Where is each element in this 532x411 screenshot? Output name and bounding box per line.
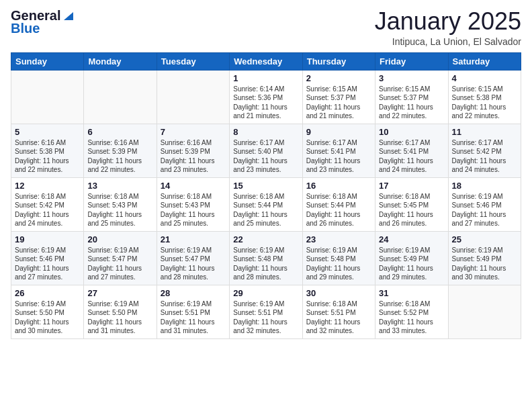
cell-text: Sunrise: 6:17 AMSunset: 5:41 PMDaylight:… [306, 138, 371, 175]
day-number: 17 [379, 181, 444, 191]
day-number: 25 [452, 234, 517, 244]
sunset-text: Sunset: 5:42 PM [452, 148, 502, 155]
daylight-text: Daylight: 11 hours and 24 minutes. [452, 157, 506, 174]
cell-text: Sunrise: 6:15 AMSunset: 5:37 PMDaylight:… [306, 85, 371, 121]
sunset-text: Sunset: 5:48 PM [306, 255, 356, 263]
table-row [84, 70, 157, 124]
cell-text: Sunrise: 6:19 AMSunset: 5:51 PMDaylight:… [233, 300, 298, 336]
sunrise-text: Sunrise: 6:17 AM [306, 139, 357, 146]
sunset-text: Sunset: 5:47 PM [161, 255, 210, 263]
cell-text: Sunrise: 6:19 AMSunset: 5:49 PMDaylight:… [452, 246, 517, 282]
sunrise-text: Sunrise: 6:18 AM [233, 193, 284, 200]
day-number: 4 [452, 73, 517, 83]
day-number: 1 [233, 73, 298, 83]
sunrise-text: Sunrise: 6:19 AM [87, 246, 138, 254]
table-row: 23Sunrise: 6:19 AMSunset: 5:48 PMDayligh… [302, 231, 375, 285]
sunset-text: Sunset: 5:49 PM [379, 255, 429, 263]
daylight-text: Daylight: 11 hours and 29 minutes. [379, 265, 433, 281]
table-row: 3Sunrise: 6:15 AMSunset: 5:37 PMDaylight… [375, 70, 448, 124]
day-number: 22 [233, 234, 298, 244]
sunset-text: Sunset: 5:38 PM [15, 148, 64, 155]
cell-text: Sunrise: 6:19 AMSunset: 5:47 PMDaylight:… [87, 246, 152, 282]
sunset-text: Sunset: 5:48 PM [233, 255, 283, 263]
cell-text: Sunrise: 6:19 AMSunset: 5:47 PMDaylight:… [161, 246, 226, 282]
sunrise-text: Sunrise: 6:18 AM [15, 193, 66, 200]
table-row: 31Sunrise: 6:18 AMSunset: 5:52 PMDayligh… [375, 285, 448, 338]
table-row: 14Sunrise: 6:18 AMSunset: 5:43 PMDayligh… [157, 177, 229, 231]
cell-text: Sunrise: 6:16 AMSunset: 5:39 PMDaylight:… [161, 138, 226, 175]
day-number: 13 [87, 181, 152, 191]
daylight-text: Daylight: 11 hours and 21 minutes. [306, 103, 361, 120]
day-number: 14 [161, 181, 226, 191]
daylight-text: Daylight: 11 hours and 23 minutes. [161, 157, 215, 174]
sunrise-text: Sunrise: 6:19 AM [452, 193, 503, 200]
table-row: 2Sunrise: 6:15 AMSunset: 5:37 PMDaylight… [302, 70, 375, 124]
day-number: 2 [306, 73, 371, 83]
daylight-text: Daylight: 11 hours and 25 minutes. [87, 211, 142, 228]
table-row: 26Sunrise: 6:19 AMSunset: 5:50 PMDayligh… [11, 285, 84, 338]
table-row [11, 70, 84, 124]
sunrise-text: Sunrise: 6:19 AM [452, 246, 503, 254]
daylight-text: Daylight: 11 hours and 27 minutes. [15, 265, 69, 281]
sunset-text: Sunset: 5:45 PM [379, 201, 429, 209]
table-row: 11Sunrise: 6:17 AMSunset: 5:42 PMDayligh… [448, 124, 521, 177]
sunrise-text: Sunrise: 6:16 AM [15, 139, 66, 146]
day-number: 31 [379, 288, 444, 298]
table-row: 30Sunrise: 6:18 AMSunset: 5:51 PMDayligh… [302, 285, 375, 338]
daylight-text: Daylight: 11 hours and 23 minutes. [306, 157, 361, 174]
calendar-table: Sunday Monday Tuesday Wednesday Thursday… [11, 52, 521, 339]
daylight-text: Daylight: 11 hours and 24 minutes. [379, 157, 433, 174]
daylight-text: Daylight: 11 hours and 32 minutes. [306, 318, 361, 335]
calendar-week-row: 12Sunrise: 6:18 AMSunset: 5:42 PMDayligh… [11, 177, 521, 231]
day-number: 30 [306, 288, 371, 298]
day-number: 23 [306, 234, 371, 244]
logo-triangle-icon [61, 9, 73, 21]
daylight-text: Daylight: 11 hours and 28 minutes. [233, 265, 287, 281]
sunset-text: Sunset: 5:39 PM [161, 148, 210, 155]
sunrise-text: Sunrise: 6:17 AM [233, 139, 284, 146]
location: Intipuca, La Union, El Salvador [375, 36, 521, 47]
table-row: 6Sunrise: 6:16 AMSunset: 5:39 PMDaylight… [84, 124, 157, 177]
sunset-text: Sunset: 5:37 PM [306, 94, 356, 101]
daylight-text: Daylight: 11 hours and 31 minutes. [87, 318, 142, 335]
table-row: 20Sunrise: 6:19 AMSunset: 5:47 PMDayligh… [84, 231, 157, 285]
sunrise-text: Sunrise: 6:16 AM [161, 139, 212, 146]
sunset-text: Sunset: 5:51 PM [233, 309, 283, 316]
sunrise-text: Sunrise: 6:17 AM [452, 139, 503, 146]
calendar-week-row: 26Sunrise: 6:19 AMSunset: 5:50 PMDayligh… [11, 285, 521, 338]
cell-text: Sunrise: 6:17 AMSunset: 5:40 PMDaylight:… [233, 138, 298, 175]
daylight-text: Daylight: 11 hours and 28 minutes. [161, 265, 215, 281]
day-number: 21 [161, 234, 226, 244]
day-number: 20 [87, 234, 152, 244]
day-number: 8 [233, 127, 298, 137]
sunset-text: Sunset: 5:37 PM [379, 94, 429, 101]
table-row: 5Sunrise: 6:16 AMSunset: 5:38 PMDaylight… [11, 124, 84, 177]
logo-blue-text: Blue [11, 21, 40, 36]
cell-text: Sunrise: 6:18 AMSunset: 5:51 PMDaylight:… [306, 300, 371, 336]
table-row: 15Sunrise: 6:18 AMSunset: 5:44 PMDayligh… [230, 177, 302, 231]
day-number: 16 [306, 181, 371, 191]
sunset-text: Sunset: 5:50 PM [87, 309, 137, 316]
cell-text: Sunrise: 6:18 AMSunset: 5:44 PMDaylight:… [233, 192, 298, 228]
daylight-text: Daylight: 11 hours and 24 minutes. [15, 211, 69, 228]
table-row: 13Sunrise: 6:18 AMSunset: 5:43 PMDayligh… [84, 177, 157, 231]
sunrise-text: Sunrise: 6:17 AM [379, 139, 430, 146]
sunrise-text: Sunrise: 6:19 AM [233, 300, 284, 308]
sunset-text: Sunset: 5:44 PM [233, 201, 283, 209]
calendar-week-row: 19Sunrise: 6:19 AMSunset: 5:46 PMDayligh… [11, 231, 521, 285]
sunrise-text: Sunrise: 6:19 AM [379, 246, 430, 254]
table-row: 7Sunrise: 6:16 AMSunset: 5:39 PMDaylight… [157, 124, 229, 177]
day-number: 29 [233, 288, 298, 298]
cell-text: Sunrise: 6:18 AMSunset: 5:44 PMDaylight:… [306, 192, 371, 228]
sunrise-text: Sunrise: 6:19 AM [87, 300, 138, 308]
header-monday: Monday [84, 52, 157, 70]
sunrise-text: Sunrise: 6:18 AM [306, 193, 357, 200]
day-number: 10 [379, 127, 444, 137]
daylight-text: Daylight: 11 hours and 29 minutes. [306, 265, 361, 281]
daylight-text: Daylight: 11 hours and 22 minutes. [452, 103, 506, 120]
sunrise-text: Sunrise: 6:18 AM [87, 193, 138, 200]
day-number: 3 [379, 73, 444, 83]
day-number: 15 [233, 181, 298, 191]
daylight-text: Daylight: 11 hours and 23 minutes. [233, 157, 287, 174]
daylight-text: Daylight: 11 hours and 32 minutes. [233, 318, 287, 335]
